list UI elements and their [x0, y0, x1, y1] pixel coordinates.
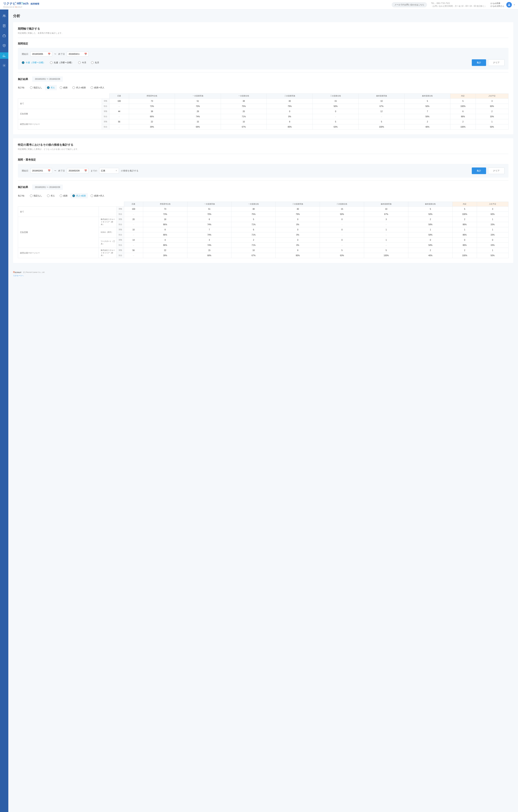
radio-input[interactable]: [60, 86, 62, 89]
table-cell: 5: [312, 119, 359, 124]
table-group-label: 全て: [18, 207, 99, 217]
nav-document-icon[interactable]: [0, 23, 8, 29]
table-sub-label: 株式会社リクルートキャリア（鈴木）: [99, 217, 117, 227]
radio-input[interactable]: [91, 61, 94, 64]
table-cell: –: [124, 243, 143, 248]
table-cell: –: [364, 222, 408, 227]
radio-period1-2[interactable]: 今月: [78, 61, 86, 64]
table-cell: 73%: [129, 104, 175, 109]
table-cell: 74%: [187, 222, 232, 227]
table-cell: 2: [453, 248, 477, 253]
axis-radio-axis1-4[interactable]: 経路×求人: [89, 85, 106, 90]
svg-point-1: [3, 15, 4, 16]
table-cell: 0: [477, 237, 508, 243]
mail-contact-button[interactable]: メールでのお問い合わせはこちら: [392, 2, 427, 7]
submit-button[interactable]: 集計: [472, 168, 486, 174]
axis-label: 集計軸: [18, 194, 24, 197]
table-cell: 74%: [187, 232, 232, 237]
clear-button[interactable]: クリア: [488, 59, 505, 66]
table-header: 最終面接実施: [364, 202, 408, 207]
table-cell: –: [109, 104, 129, 109]
svg-point-13: [4, 65, 5, 66]
result-date-range: 2018/02/01 〜 2018/02/28: [32, 77, 63, 82]
axis-radio-axis2-4[interactable]: 経路×求人: [89, 193, 106, 198]
nav-settings-icon[interactable]: [0, 62, 8, 69]
end-date-input[interactable]: [67, 168, 89, 173]
table-cell: 5: [359, 119, 404, 124]
footer-link[interactable]: リクルートへ: [13, 274, 513, 277]
table-header: 二次面接実施: [276, 202, 320, 207]
axis-radio-axis1-3[interactable]: 求人×経路: [70, 85, 88, 90]
radio-input[interactable]: [78, 61, 81, 64]
tilde: 〜: [54, 53, 56, 56]
radio-period1-0[interactable]: 今週（月曜〜日曜）: [22, 61, 45, 64]
nav-shield-icon[interactable]: [0, 42, 8, 49]
nav-analytics-icon[interactable]: [0, 52, 8, 59]
stage-select[interactable]: 応募▼: [99, 168, 119, 174]
avatar-icon: [506, 2, 512, 7]
end-date-input[interactable]: [67, 51, 89, 57]
metric-label: 実数: [102, 119, 109, 124]
radio-input[interactable]: [22, 61, 24, 64]
axis-radio-axis2-2[interactable]: 経路: [58, 193, 70, 198]
table-cell: 20: [124, 217, 143, 222]
start-date-input[interactable]: [30, 168, 52, 173]
table-header: 書類選考合格: [129, 94, 175, 98]
table-cell: 80%: [267, 124, 313, 129]
table-cell: –: [364, 232, 408, 237]
axis-label: 集計軸: [18, 86, 24, 89]
clear-button[interactable]: クリア: [488, 168, 505, 174]
radio-period1-1[interactable]: 先週（月曜〜日曜）: [50, 61, 73, 64]
table-cell: 3: [476, 98, 508, 104]
table-cell: 73%: [143, 212, 187, 217]
axis-radio-axis1-0[interactable]: 指定なし: [28, 85, 44, 90]
start-date-input[interactable]: [30, 51, 52, 57]
table-cell: 2: [408, 248, 453, 253]
sidebar: [0, 9, 8, 812]
axis-radio-axis2-3[interactable]: 求人×経路: [70, 193, 88, 198]
table-cell: 0: [408, 237, 453, 243]
radio-period1-3[interactable]: 先月: [91, 61, 99, 64]
radio-input[interactable]: [47, 86, 50, 89]
radio-input[interactable]: [72, 195, 75, 197]
metric-label: 実数: [102, 98, 109, 104]
metric-label: 実数: [117, 227, 124, 232]
start-date-label: 開始日: [22, 169, 28, 172]
table-cell: 71%: [232, 243, 276, 248]
nav-candidates-icon[interactable]: [0, 13, 8, 19]
table-cell: 1: [476, 119, 508, 124]
table-cell: 74%: [175, 114, 221, 119]
metric-label: 割合: [117, 253, 124, 258]
footer: RECRUIT (C) Recruit Career Co., Ltd. リクル…: [8, 267, 518, 281]
table-cell: 70%: [187, 212, 232, 217]
table-cell: 30: [276, 207, 320, 212]
table-cell: –: [320, 243, 364, 248]
end-date-label: 終了日: [58, 53, 65, 56]
radio-label: 経路: [63, 194, 68, 197]
radio-input[interactable]: [72, 86, 75, 89]
radio-input[interactable]: [91, 86, 93, 89]
radio-label: 経路×求人: [94, 194, 104, 197]
radio-input[interactable]: [50, 61, 53, 64]
radio-input[interactable]: [30, 195, 33, 197]
submit-button[interactable]: 集計: [472, 59, 486, 66]
table-cell: 8: [187, 217, 232, 222]
radio-label: 求人: [51, 86, 55, 89]
radio-input[interactable]: [47, 195, 50, 197]
user-menu[interactable]: かもめ商事 かもめ太郎さん ▾: [490, 2, 515, 7]
radio-input[interactable]: [60, 195, 62, 197]
section-period-aggregate: 期間軸で集計する 特定期間に実施した、各選考の件数を集計します。 期間指定 開始…: [13, 22, 513, 134]
radio-input[interactable]: [30, 86, 33, 89]
table-cell: 15: [320, 207, 364, 212]
axis-radio-axis2-1[interactable]: 求人: [45, 193, 57, 198]
nav-briefcase-icon[interactable]: [0, 33, 8, 39]
table-header: 一次面接合格: [221, 94, 267, 98]
axis-radio-axis2-0[interactable]: 指定なし: [28, 193, 44, 198]
table-cell: 58%: [408, 243, 453, 248]
table-cell: 71%: [232, 232, 276, 237]
period-subtitle: 期間・選考指定: [18, 158, 509, 162]
axis-radio-axis1-2[interactable]: 経路: [58, 85, 70, 90]
table-cell: 74%: [187, 243, 232, 248]
radio-input[interactable]: [91, 195, 93, 197]
axis-radio-axis1-1[interactable]: 求人: [45, 85, 57, 90]
